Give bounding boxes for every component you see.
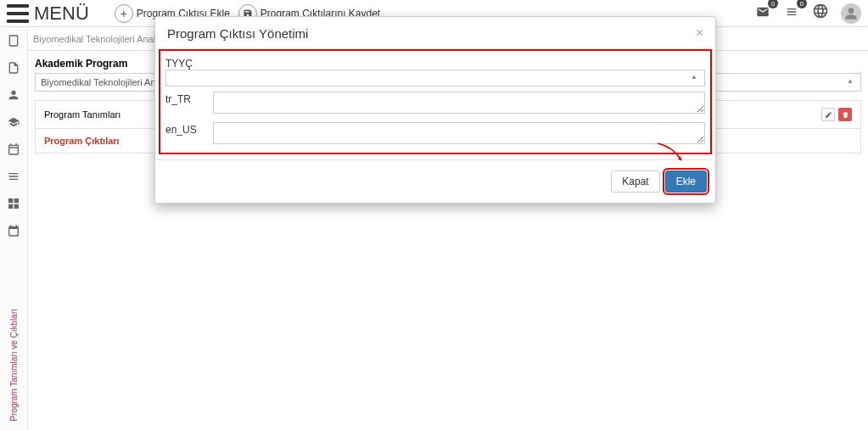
en-label: en_US bbox=[165, 122, 213, 136]
tyyc-label: TYYÇ bbox=[165, 56, 193, 70]
en-textarea[interactable] bbox=[213, 122, 705, 144]
tyyc-select[interactable] bbox=[165, 70, 705, 87]
tr-textarea[interactable] bbox=[213, 92, 705, 114]
program-output-modal: Program Çıktısı Yönetimi × TYYÇ tr_TR bbox=[154, 16, 716, 204]
form-highlight-frame: TYYÇ tr_TR en_US bbox=[159, 49, 712, 154]
modal-title: Program Çıktısı Yönetimi bbox=[167, 26, 308, 41]
close-icon[interactable]: × bbox=[696, 25, 703, 41]
add-button[interactable]: Ekle bbox=[665, 170, 707, 193]
close-button[interactable]: Kapat bbox=[611, 170, 659, 193]
tr-label: tr_TR bbox=[165, 92, 213, 105]
